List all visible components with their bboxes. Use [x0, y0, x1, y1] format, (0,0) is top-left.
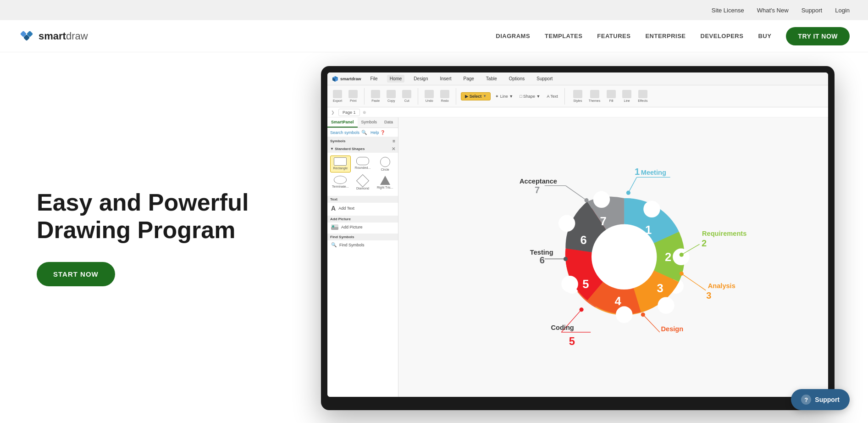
remove-shapes-icon[interactable]: ✕ [392, 146, 395, 151]
app-logo-icon [332, 76, 338, 82]
panel-tab-data[interactable]: Data [381, 117, 397, 128]
divider [364, 88, 365, 105]
effects-icon [638, 90, 647, 98]
divider3 [456, 88, 456, 105]
nav-diagrams[interactable]: DIAGRAMS [496, 33, 530, 39]
add-text-item[interactable]: A Add Text [327, 203, 398, 214]
svg-point-18 [558, 215, 575, 232]
svg-line-29 [643, 315, 660, 332]
shape-rounded[interactable]: Rounded... [353, 156, 373, 173]
num5-large: 5 [569, 335, 575, 347]
panel-tab-smartpanel[interactable]: SmartPanel [327, 117, 358, 128]
svg-line-22 [628, 178, 636, 193]
try-it-now-button[interactable]: TRY IT NOW [786, 27, 850, 45]
puzzle-svg: 1 2 3 4 5 6 7 [442, 131, 807, 383]
app-menu-options[interactable]: Options [506, 75, 527, 83]
app-ribbon: Export Print Paste [327, 85, 828, 107]
standard-shapes-header: ▼ Standard Shapes ✕ [327, 145, 398, 153]
find-symbols-label: Find Symbols [339, 243, 365, 247]
laptop-screen: smartdraw File Home Design Insert Page T… [327, 72, 828, 397]
ribbon-copy: Copy [385, 90, 398, 102]
panel-search-area: Search symbols 🔍 Help ❓ [327, 128, 398, 137]
app-menu-design[interactable]: Design [411, 75, 431, 83]
ribbon-fill: Fill [605, 90, 618, 102]
panel-tab-symbols[interactable]: Symbols [358, 117, 381, 128]
nav-buy[interactable]: BUY [758, 33, 771, 39]
app-menubar: smartdraw File Home Design Insert Page T… [327, 72, 828, 85]
svg-line-36 [565, 186, 586, 200]
triangle-wrapper [380, 176, 391, 185]
ribbon-styles: Styles [571, 90, 584, 102]
logo[interactable]: smartdraw [18, 28, 88, 45]
support-circle-icon: ? [801, 395, 811, 405]
export-icon [333, 90, 342, 98]
svg-point-13 [643, 201, 660, 218]
ribbon-effects: Effects [636, 90, 649, 102]
add-picture-item[interactable]: Add Picture [327, 223, 398, 232]
hero-left: Easy and Powerful Drawing Program START … [0, 52, 312, 423]
add-picture-section-header: Add Picture [327, 216, 398, 223]
ribbon-line2: Line [620, 90, 633, 102]
shapes-grid: Rectangle Rounded... Circle [327, 153, 398, 194]
svg-point-14 [673, 249, 690, 266]
app-menu-insert[interactable]: Insert [437, 75, 454, 83]
shape-diamond[interactable]: Diamond [353, 174, 373, 191]
collapse-arrow[interactable]: ❯ [331, 110, 335, 115]
symbols-menu-icon[interactable]: ≡ [393, 139, 395, 144]
label-design: Design [661, 326, 683, 333]
ribbon-paste: Paste [369, 90, 382, 102]
nav-developers[interactable]: DEVELOPERS [701, 33, 744, 39]
login-link[interactable]: Login [835, 7, 850, 14]
app-menu-page[interactable]: Page [461, 75, 477, 83]
nav-enterprise[interactable]: ENTERPRISE [645, 33, 686, 39]
app-canvas: 1 2 3 4 5 6 7 [398, 117, 828, 397]
paste-icon [371, 90, 380, 98]
app-menu-home[interactable]: Home [387, 75, 405, 83]
shape-terminate[interactable]: Terminate... [330, 174, 351, 191]
num-4: 4 [614, 295, 621, 307]
ribbon-export: Export [331, 90, 344, 102]
nav-features[interactable]: FEATURES [597, 33, 630, 39]
num6-large: 6 [540, 255, 545, 265]
text-section: Text A Add Text [327, 196, 398, 214]
app-panel: SmartPanel Symbols Data ✕ Search symbols… [327, 117, 398, 397]
help-link[interactable]: Help ❓ [370, 130, 385, 135]
svg-point-24 [679, 253, 683, 257]
text-section-header: Text [327, 196, 398, 203]
svg-point-19 [593, 191, 610, 208]
site-license-link[interactable]: Site License [712, 7, 744, 14]
add-picture-section: Add Picture Add Picture [327, 216, 398, 232]
shape-circle[interactable]: Circle [375, 156, 395, 173]
whats-new-link[interactable]: What's New [757, 7, 789, 14]
shape-triangle[interactable]: Right Tris... [375, 174, 395, 191]
svg-point-17 [561, 276, 578, 293]
label-coding: Coding [551, 324, 574, 331]
shape-rectangle[interactable]: Rectangle [330, 156, 351, 173]
add-page[interactable]: ⊕ [363, 110, 366, 115]
line-icon [622, 90, 631, 98]
nav-templates[interactable]: TEMPLATES [545, 33, 582, 39]
page-tab[interactable]: Page 1 [338, 109, 360, 116]
find-symbols-item[interactable]: 🔍 Find Symbols [327, 240, 398, 249]
num-3: 3 [657, 282, 663, 295]
triangle-shape [380, 176, 390, 185]
ribbon-select-btn[interactable]: ▶ Select ▼ [461, 92, 491, 100]
laptop-mockup: smartdraw File Home Design Insert Page T… [321, 66, 835, 410]
search-symbols-link[interactable]: Search symbols [330, 130, 359, 135]
rounded-shape [356, 157, 369, 165]
diamond-shape [356, 174, 369, 187]
support-top-link[interactable]: Support [802, 7, 823, 14]
start-now-button[interactable]: START NOW [37, 262, 115, 286]
print-icon [348, 90, 358, 98]
support-button[interactable]: ? Support [791, 389, 850, 410]
svg-point-15 [658, 297, 674, 314]
laptop-frame: smartdraw File Home Design Insert Page T… [321, 66, 835, 410]
smartdraw-logo-icon [18, 28, 35, 45]
main-nav: smartdraw DIAGRAMS TEMPLATES FEATURES EN… [0, 20, 868, 52]
app-menu-file[interactable]: File [368, 75, 381, 83]
app-menu-table[interactable]: Table [483, 75, 500, 83]
app-logo-text: smartdraw [340, 77, 361, 81]
symbols-section-header: Symbols ≡ [327, 137, 398, 145]
text-a-icon: A [331, 205, 336, 212]
app-menu-support[interactable]: Support [534, 75, 555, 83]
